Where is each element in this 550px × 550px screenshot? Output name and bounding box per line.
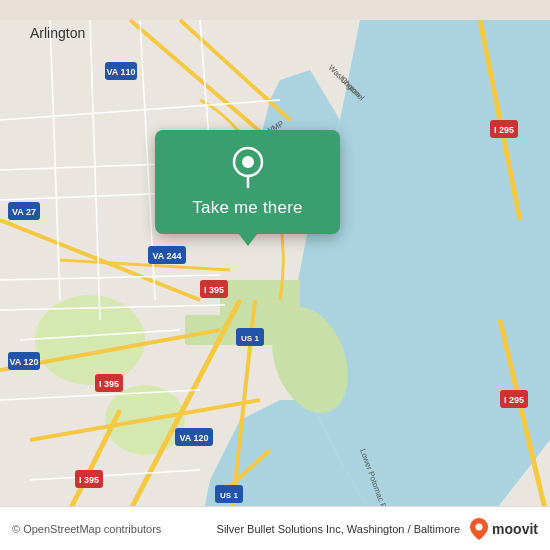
svg-text:VA 120: VA 120 (9, 357, 38, 367)
svg-text:Arlington: Arlington (30, 25, 85, 41)
location-pin-icon (226, 144, 270, 188)
moovit-pin-icon (470, 518, 488, 540)
moovit-brand-text: moovit (492, 521, 538, 537)
map-container: Arlington VA 110 VA 27 VA 120 VA 120 VA … (0, 0, 550, 550)
attribution-text: © OpenStreetMap contributors (12, 523, 217, 535)
svg-point-63 (242, 156, 254, 168)
map-background: Arlington VA 110 VA 27 VA 120 VA 120 VA … (0, 0, 550, 550)
svg-text:I 295: I 295 (504, 395, 524, 405)
svg-text:US 1: US 1 (241, 334, 259, 343)
svg-point-65 (476, 523, 483, 530)
svg-text:VA 27: VA 27 (12, 207, 36, 217)
svg-text:US 1: US 1 (220, 491, 238, 500)
svg-text:I 295: I 295 (494, 125, 514, 135)
svg-text:I 395: I 395 (79, 475, 99, 485)
take-me-there-button[interactable]: Take me there (192, 198, 302, 218)
svg-text:I 395: I 395 (204, 285, 224, 295)
info-bar: © OpenStreetMap contributors Silver Bull… (0, 506, 550, 550)
svg-text:VA 120: VA 120 (179, 433, 208, 443)
popup-card: Take me there (155, 130, 340, 234)
business-location-text: Silver Bullet Solutions Inc, Washington … (217, 523, 461, 535)
svg-text:I 395: I 395 (99, 379, 119, 389)
svg-text:VA 110: VA 110 (106, 67, 135, 77)
svg-text:VA 244: VA 244 (152, 251, 181, 261)
branding-area: Silver Bullet Solutions Inc, Washington … (217, 518, 538, 540)
